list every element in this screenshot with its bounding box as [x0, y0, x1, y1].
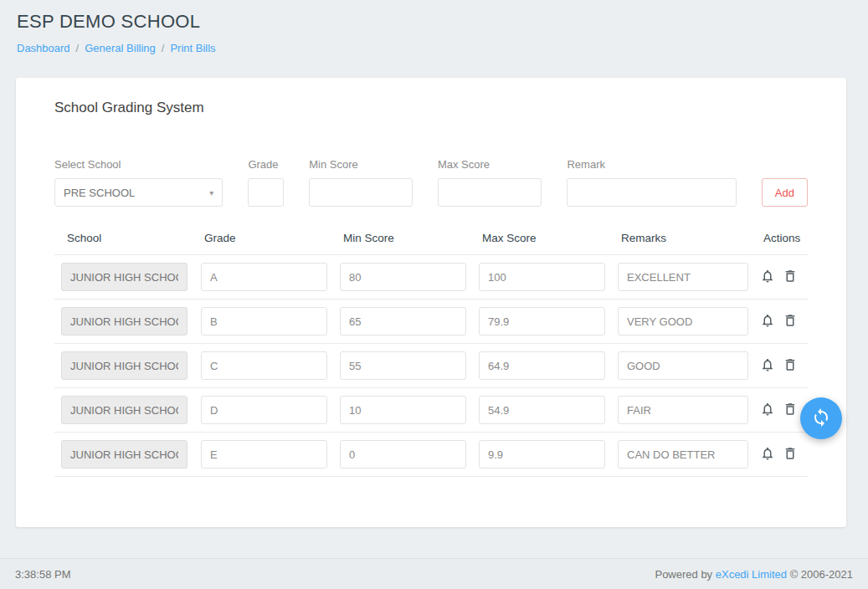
- table-body: [54, 254, 808, 477]
- page-title: ESP DEMO SCHOOL: [17, 11, 851, 33]
- breadcrumb: Dashboard / General Billing / Print Bill…: [17, 42, 851, 54]
- copyright-text: © 2006-2021: [787, 568, 853, 581]
- breadcrumb-general-billing[interactable]: General Billing: [85, 42, 156, 54]
- grading-table: School Grade Min Score Max Score Remarks…: [54, 232, 808, 477]
- delete-button[interactable]: [783, 402, 798, 419]
- powered-by-text: Powered by: [655, 568, 715, 581]
- row-max-score-input[interactable]: [479, 396, 605, 424]
- bell-icon: [760, 269, 775, 286]
- header-remarks: Remarks: [618, 232, 760, 244]
- row-remark-input[interactable]: [618, 396, 748, 424]
- school-select[interactable]: PRE SCHOOL ▾: [54, 178, 223, 207]
- header-school: School: [54, 232, 201, 244]
- header-grade: Grade: [201, 232, 340, 244]
- row-min-score-input[interactable]: [340, 263, 466, 291]
- trash-icon: [783, 269, 798, 286]
- row-max-score-input[interactable]: [479, 440, 605, 469]
- row-grade-input[interactable]: [201, 396, 327, 424]
- table-row: [54, 254, 808, 299]
- footer-powered: Powered by eXcedi Limited © 2006-2021: [655, 568, 853, 581]
- caret-down-icon: ▾: [209, 188, 213, 197]
- bell-icon: [760, 313, 775, 330]
- header-actions: Actions: [760, 232, 808, 244]
- table-row: [54, 343, 808, 387]
- header-min-score: Min Score: [340, 232, 479, 244]
- grade-input[interactable]: [248, 178, 284, 207]
- row-remark-input[interactable]: [618, 440, 748, 469]
- school-select-value: PRE SCHOOL: [64, 187, 135, 199]
- table-row: [54, 299, 808, 343]
- row-min-score-input[interactable]: [340, 307, 466, 335]
- bell-icon: [760, 446, 775, 464]
- remark-label: Remark: [567, 158, 736, 171]
- row-max-score-input[interactable]: [479, 307, 605, 335]
- grading-card: School Grading System Select School PRE …: [16, 78, 846, 527]
- table-row: [54, 432, 808, 476]
- row-remark-input[interactable]: [618, 351, 748, 380]
- grade-label: Grade: [248, 158, 284, 171]
- notify-button[interactable]: [760, 446, 775, 464]
- row-school-input: [61, 440, 187, 469]
- footer-time: 3:38:58 PM: [15, 568, 71, 581]
- row-school-input: [61, 307, 187, 335]
- header-max-score: Max Score: [479, 232, 618, 244]
- row-grade-input[interactable]: [201, 351, 327, 380]
- notify-button[interactable]: [760, 357, 775, 375]
- row-school-input: [61, 263, 187, 291]
- trash-icon: [783, 402, 798, 419]
- footer: 3:38:58 PM Powered by eXcedi Limited © 2…: [0, 558, 868, 589]
- max-score-input[interactable]: [438, 178, 542, 207]
- bell-icon: [760, 357, 775, 375]
- row-grade-input[interactable]: [201, 263, 327, 291]
- row-remark-input[interactable]: [618, 307, 748, 335]
- add-button[interactable]: Add: [762, 178, 808, 207]
- row-grade-input[interactable]: [201, 307, 327, 335]
- fab-sync-button[interactable]: [800, 397, 842, 439]
- breadcrumb-print-bills[interactable]: Print Bills: [170, 42, 215, 54]
- table-header: School Grade Min Score Max Score Remarks…: [54, 232, 808, 254]
- row-min-score-input[interactable]: [340, 351, 466, 380]
- breadcrumb-dashboard[interactable]: Dashboard: [17, 42, 70, 54]
- remark-input[interactable]: [567, 178, 736, 207]
- sync-icon: [811, 407, 831, 430]
- row-grade-input[interactable]: [201, 440, 327, 469]
- select-school-label: Select School: [54, 158, 223, 171]
- notify-button[interactable]: [760, 402, 775, 419]
- delete-button[interactable]: [783, 269, 798, 286]
- row-min-score-input[interactable]: [340, 396, 466, 424]
- row-school-input: [61, 351, 187, 380]
- delete-button[interactable]: [783, 357, 798, 375]
- notify-button[interactable]: [760, 269, 775, 286]
- row-school-input: [61, 396, 187, 424]
- trash-icon: [783, 446, 798, 464]
- row-remark-input[interactable]: [618, 263, 748, 291]
- trash-icon: [783, 357, 798, 375]
- card-title: School Grading System: [54, 100, 808, 116]
- delete-button[interactable]: [783, 446, 798, 464]
- notify-button[interactable]: [760, 313, 775, 330]
- min-score-label: Min Score: [309, 158, 413, 171]
- row-min-score-input[interactable]: [340, 440, 466, 469]
- row-max-score-input[interactable]: [479, 351, 605, 380]
- bell-icon: [760, 402, 775, 419]
- min-score-input[interactable]: [309, 178, 413, 207]
- page-header: ESP DEMO SCHOOL Dashboard / General Bill…: [0, 0, 868, 54]
- table-row: [54, 387, 808, 432]
- row-max-score-input[interactable]: [479, 263, 605, 291]
- grading-form: Select School PRE SCHOOL ▾ Grade Min Sco…: [54, 158, 808, 207]
- company-link[interactable]: eXcedi Limited: [716, 568, 787, 581]
- delete-button[interactable]: [783, 313, 798, 330]
- max-score-label: Max Score: [438, 158, 542, 171]
- breadcrumb-separator: /: [76, 42, 80, 54]
- trash-icon: [783, 313, 798, 330]
- breadcrumb-separator: /: [162, 42, 165, 54]
